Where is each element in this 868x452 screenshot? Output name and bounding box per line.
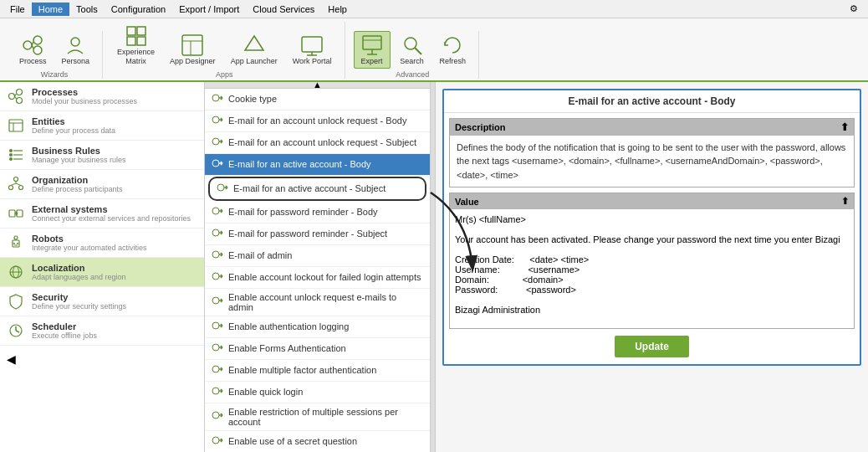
value-textarea[interactable]	[450, 209, 854, 326]
list-item-icon	[212, 342, 223, 356]
svg-line-59	[16, 331, 19, 332]
menu-tools[interactable]: Tools	[69, 3, 105, 16]
refresh-label: Refresh	[440, 57, 467, 66]
menu-configuration[interactable]: Configuration	[105, 3, 172, 16]
sidebar-item-scheduler[interactable]: Scheduler Execute offline jobs	[0, 316, 204, 346]
list-item[interactable]: E-mail for an active account - Subject	[208, 177, 426, 201]
ribbon-btn-app-launcher[interactable]: App Launcher	[225, 31, 283, 69]
menu-home[interactable]: Home	[32, 3, 69, 16]
list-item[interactable]: Enable authentication logging	[205, 316, 430, 338]
ribbon-btn-app-designer[interactable]: App Designer	[164, 31, 222, 69]
description-text: Defines the body of the notification tha…	[457, 142, 845, 180]
svg-point-33	[9, 157, 13, 161]
collapse-sidebar-btn[interactable]: ◀	[0, 346, 204, 372]
organization-text: Organization Define process participants	[32, 175, 123, 193]
svg-point-68	[212, 138, 219, 145]
ribbon-btn-persona[interactable]: Persona	[56, 31, 96, 69]
list-item-text: Enable restriction of multiple sessions …	[228, 407, 423, 427]
scheduler-subtitle: Execute offline jobs	[32, 331, 97, 340]
svg-line-26	[15, 94, 17, 96]
svg-point-92	[212, 273, 219, 280]
list-item[interactable]: E-mail of admin	[205, 245, 430, 267]
external-systems-text: External systems Connect your external s…	[32, 204, 191, 223]
sidebar-item-localization[interactable]: Localization Adapt languages and region	[0, 258, 204, 287]
svg-point-72	[212, 160, 219, 167]
ribbon-btn-search[interactable]: Search	[394, 31, 431, 69]
svg-marker-13	[245, 36, 263, 50]
collapse-left-icon: ◀	[7, 352, 16, 366]
svg-point-21	[405, 38, 416, 49]
svg-rect-7	[137, 27, 146, 35]
sidebar-item-external-systems[interactable]: External systems Connect your external s…	[0, 199, 204, 229]
sidebar-item-security[interactable]: Security Define your security settings	[0, 287, 204, 316]
menu-help[interactable]: Help	[321, 3, 354, 16]
business-rules-icon	[7, 146, 25, 164]
svg-point-38	[9, 185, 13, 189]
robots-subtitle: Integrate your automated activities	[32, 244, 147, 252]
security-icon	[7, 292, 25, 311]
list-item[interactable]: Enable account unlock request e-mails to…	[205, 289, 430, 316]
scroll-up-btn[interactable]: ▲	[205, 82, 430, 89]
organization-subtitle: Define process participants	[32, 185, 123, 193]
list-item-text: Enable use of a secret question	[228, 436, 357, 446]
svg-point-49	[14, 236, 18, 239]
list-item[interactable]: Cookie type	[205, 89, 430, 110]
ribbon-btn-experience[interactable]: ExperienceMatrix	[111, 22, 161, 69]
list-item[interactable]: Enable restriction of multiple sessions …	[205, 403, 430, 431]
business-rules-title: Business Rules	[32, 146, 126, 156]
ribbon-btn-process[interactable]: Process	[13, 31, 53, 69]
list-item-text: Enable Forms Authentication	[228, 343, 346, 353]
description-section: Description ⬆ Defines the body of the no…	[449, 118, 855, 188]
list-item[interactable]: E-mail for password reminder - Body	[205, 202, 430, 223]
sidebar-item-organization[interactable]: Organization Define process participants	[0, 170, 204, 199]
menu-file[interactable]: File	[3, 3, 32, 16]
svg-point-96	[212, 297, 219, 304]
svg-rect-6	[127, 27, 135, 35]
sidebar-item-entities[interactable]: Entities Define your process data	[0, 111, 204, 141]
sidebar-item-robots[interactable]: Robots Integrate your automated activiti…	[0, 229, 204, 258]
ribbon-btn-expert[interactable]: Expert	[354, 31, 391, 69]
svg-rect-43	[9, 210, 15, 217]
expert-label: Expert	[361, 57, 383, 66]
list-item-text: Enable quick login	[228, 387, 303, 397]
list-item[interactable]: E-mail for an account unlock request - S…	[205, 132, 430, 154]
list-item-icon	[212, 270, 223, 285]
list-item-text: Cookie type	[228, 94, 277, 104]
list-item[interactable]: Enable quick login	[205, 382, 430, 403]
list-item[interactable]: E-mail for an account unlock request - B…	[205, 110, 430, 132]
list-item[interactable]: Enable account lockout for failed login …	[205, 267, 430, 289]
svg-rect-8	[127, 37, 135, 45]
process-icon	[21, 33, 44, 57]
value-header-label: Value	[455, 197, 479, 207]
settings-icon[interactable]: ⚙	[843, 2, 865, 16]
svg-point-31	[9, 149, 13, 152]
sidebar-item-processes[interactable]: Processes Model your business processes	[0, 82, 204, 111]
list-item[interactable]: E-mail for password reminder - Subject	[205, 223, 430, 245]
svg-point-51	[13, 243, 15, 244]
business-rules-subtitle: Manage your business rules	[32, 156, 126, 164]
description-collapse-icon[interactable]: ⬆	[840, 121, 849, 133]
list-item[interactable]: E-mail for an active account - Body	[205, 154, 430, 176]
menu-export-import[interactable]: Export / Import	[172, 3, 246, 16]
organization-icon	[7, 175, 25, 193]
ribbon-btn-work-portal[interactable]: Work Portal	[287, 31, 338, 69]
svg-point-32	[9, 153, 13, 157]
description-header-label: Description	[455, 122, 506, 132]
list-item[interactable]: Enable multiple factor authentication	[205, 360, 430, 382]
list-item[interactable]: Enable use of a secret question	[205, 431, 430, 452]
value-collapse-icon[interactable]: ⬆	[841, 196, 849, 207]
svg-point-24	[17, 89, 23, 95]
svg-point-88	[212, 251, 219, 258]
svg-point-23	[9, 93, 15, 99]
svg-point-39	[19, 185, 23, 189]
processes-icon	[7, 87, 25, 105]
list-item-text: E-mail for an account unlock request - S…	[228, 137, 416, 147]
update-button[interactable]: Update	[615, 336, 689, 357]
menu-cloud-services[interactable]: Cloud Services	[246, 3, 321, 16]
localization-text: Localization Adapt languages and region	[32, 263, 126, 281]
list-item[interactable]: Enable Forms Authentication	[205, 338, 430, 360]
sidebar-item-business-rules[interactable]: Business Rules Manage your business rule…	[0, 141, 204, 170]
svg-point-60	[212, 95, 219, 101]
process-label: Process	[19, 57, 47, 66]
ribbon-btn-refresh[interactable]: Refresh	[434, 31, 472, 69]
